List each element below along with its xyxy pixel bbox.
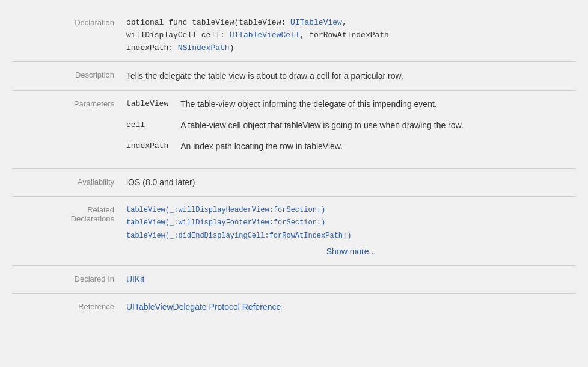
declaration-label: Declaration	[12, 17, 126, 27]
divider-3	[12, 168, 576, 169]
availability-label: Availability	[12, 176, 126, 187]
param-desc-indexpath: An index path locating the row in tableV…	[180, 140, 464, 161]
availability-row: Availability iOS (8.0 and later)	[12, 171, 576, 194]
availability-content: iOS (8.0 and later)	[126, 176, 576, 189]
params-table: tableView The table-view object informin…	[126, 98, 464, 161]
declared-in-content: UIKit	[126, 273, 576, 286]
param-name-tableview: tableView	[126, 98, 180, 119]
reference-link[interactable]: UITableViewDelegate Protocol Reference	[126, 302, 281, 312]
param-desc-tableview: The table-view object informing the dele…	[180, 98, 464, 119]
nsindexpath-link[interactable]: NSIndexPath	[178, 43, 230, 52]
parameters-row: Parameters tableView The table-view obje…	[12, 93, 576, 166]
uitableview-link[interactable]: UITableView	[290, 18, 342, 27]
related-declarations-row: Related Declarations tableView(_:willDis…	[12, 199, 576, 263]
decl-line2: willDisplayCell cell: UITableViewCell, f…	[126, 31, 389, 40]
declared-in-label: Declared In	[12, 273, 126, 283]
declaration-row: Declaration optional func tableView(tabl…	[12, 12, 576, 59]
related-declarations-label: Related Declarations	[12, 204, 126, 223]
related-link-3[interactable]: tableView(_:didEndDisplayingCell:forRowA…	[126, 230, 576, 243]
parameters-label: Parameters	[12, 98, 126, 108]
divider-2	[12, 90, 576, 91]
decl-line1: optional func tableView(tableView: UITab…	[126, 18, 347, 27]
param-name-cell: cell	[126, 119, 180, 140]
declaration-code: optional func tableView(tableView: UITab…	[126, 17, 576, 54]
declared-in-link[interactable]: UIKit	[126, 274, 144, 284]
related-declarations-content: tableView(_:willDisplayHeaderView:forSec…	[126, 204, 576, 258]
declared-in-row: Declared In UIKit	[12, 268, 576, 291]
divider-4	[12, 196, 576, 197]
description-text: Tells the delegate the table view is abo…	[126, 69, 576, 82]
doc-container: Declaration optional func tableView(tabl…	[0, 6, 588, 324]
decl-line3: indexPath: NSIndexPath)	[126, 43, 234, 52]
param-row-tableview: tableView The table-view object informin…	[126, 98, 464, 119]
param-row-indexpath: indexPath An index path locating the row…	[126, 140, 464, 161]
reference-content: UITableViewDelegate Protocol Reference	[126, 301, 576, 313]
reference-label: Reference	[12, 301, 126, 311]
related-link-2[interactable]: tableView(_:willDisplayFooterView:forSec…	[126, 217, 576, 230]
reference-row: Reference UITableViewDelegate Protocol R…	[12, 296, 576, 318]
related-link-1[interactable]: tableView(_:willDisplayHeaderView:forSec…	[126, 204, 576, 217]
description-label: Description	[12, 69, 126, 79]
param-row-cell: cell A table-view cell object that table…	[126, 119, 464, 140]
divider-5	[12, 265, 576, 266]
parameters-content: tableView The table-view object informin…	[126, 98, 576, 161]
divider-1	[12, 61, 576, 62]
param-desc-cell: A table-view cell object that tableView …	[180, 119, 464, 140]
declaration-content: optional func tableView(tableView: UITab…	[126, 17, 576, 54]
divider-6	[12, 293, 576, 294]
show-more-link[interactable]: Show more...	[126, 245, 576, 258]
description-content: Tells the delegate the table view is abo…	[126, 69, 576, 82]
description-row: Description Tells the delegate the table…	[12, 64, 576, 87]
param-name-indexpath: indexPath	[126, 140, 180, 161]
availability-text: iOS (8.0 and later)	[126, 177, 195, 187]
uitableviewcell-link[interactable]: UITableViewCell	[230, 31, 300, 40]
